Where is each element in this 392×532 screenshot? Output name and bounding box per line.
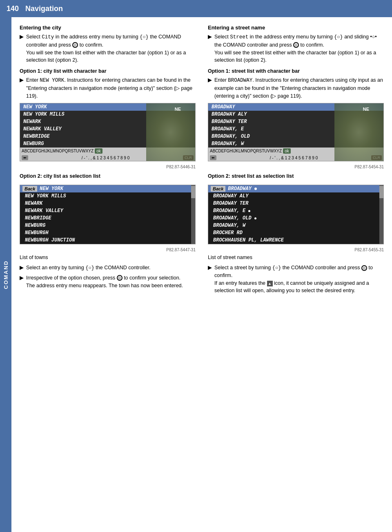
street-keyboard-chars: ABCDEFGHIJKLMNOPQRSTUVWXYZ: [210, 149, 282, 153]
option1-street-bullet: ▶ Enter BROADWAY. Instructions for enter…: [208, 76, 384, 100]
option2-city-heading: Option 2: city list as selection list: [20, 173, 196, 179]
ok-key[interactable]: ok: [95, 148, 102, 154]
street-sel-item-8: BROCHHAUSEN PL, LAWRENCE: [208, 237, 383, 244]
section-entering-city-title: Entering the city: [20, 25, 196, 31]
street-charbar-ui: NE BROADWAY BROADWAY ALY BROADWAY TER BR…: [208, 103, 384, 161]
city-sel-bullet-2: ▶ Irrespective of the option chosen, pre…: [20, 274, 196, 290]
street-sel-item-1-text: BROADWAY: [228, 186, 257, 192]
street-backspace-key[interactable]: ⬅: [210, 155, 216, 160]
street-sel-item-7: BROCHER RD: [208, 229, 383, 237]
option1-street-bullet-text: Enter BROADWAY. Instructions for enterin…: [214, 76, 384, 100]
city-sel-item-1: Back NEW YORK: [20, 185, 195, 192]
city-sellist-img-ref: P82.87-5447-31: [20, 248, 196, 252]
scrollbar-thumb-street[interactable]: [379, 186, 383, 198]
section-entering-street-title: Entering a street name: [208, 25, 384, 31]
city-sel-item-7: NEWBURGH: [20, 229, 195, 237]
page-number: 140: [7, 4, 19, 13]
street-bullet-1: ▶ Select Street in the address entry men…: [208, 33, 384, 64]
backspace-key[interactable]: ⬅: [22, 155, 28, 160]
street-sel-item-3: BROADWAY TER: [208, 200, 383, 207]
arrow-icon-6: ▶: [208, 77, 212, 83]
arrow-icon-2: ▶: [20, 77, 24, 83]
city-sel-item-4: NEWARK VALLEY: [20, 207, 195, 215]
city-sel-bullet-2-text: Irrespective of the option chosen, press…: [26, 274, 183, 290]
street-sellist-container: Back BROADWAY BROADWAY ALY BROADWAY TER …: [208, 181, 384, 248]
city-sel-item-3: NEWARK: [20, 200, 195, 207]
city-sel-item-6: NEWBURG: [20, 222, 195, 229]
city-charbar-ui: NE NEW YORK NEW YORK MILLS NEWARK NEWARK…: [20, 103, 196, 161]
city-sellist-container: Back NEW YORK NEW YORK MILLS NEWARK NEWA…: [20, 181, 196, 248]
option1-city-heading: Option 1: city list with character bar: [20, 68, 196, 74]
arrow-icon-3: ▶: [20, 264, 24, 270]
map-overlay-1: [146, 103, 195, 161]
ne-label-1: NE: [175, 107, 181, 112]
street-sel-item-4: BROADWAY, E: [208, 207, 383, 215]
sidebar-label: COMAND: [3, 260, 9, 289]
keyboard-chars: ABCDEFGHIJKLMNOPQRSTUVWXYZ: [22, 149, 94, 153]
back-button-street[interactable]: Back: [211, 186, 225, 192]
right-column: Entering a street name ▶ Select Street i…: [208, 25, 384, 524]
list-of-towns-label: List of towns: [20, 254, 196, 262]
city-sel-item-5: NEWBRIDGE: [20, 215, 195, 222]
street-sellist-img-ref: P82.87-5455-31: [208, 248, 384, 252]
street-sel-item-2: BROADWAY ALY: [208, 192, 383, 200]
city-sellist-ui: Back NEW YORK NEW YORK MILLS NEWARK NEWA…: [20, 185, 196, 244]
flag-icon: ▲: [267, 281, 273, 286]
page-layout: COMAND Entering the city ▶ Select City i…: [0, 17, 392, 532]
scrollbar-city[interactable]: [191, 185, 195, 244]
arrow-icon-4: ▶: [20, 275, 24, 281]
street-ok-key[interactable]: ok: [283, 148, 291, 154]
city-bullet-1: ▶ Select City in the address entry menu …: [20, 33, 196, 64]
city-sel-bullet-1: ▶ Select an entry by turning {○} the COM…: [20, 264, 196, 272]
arrow-icon-1: ▶: [20, 34, 24, 40]
map-overlay-2: [334, 103, 383, 161]
sidebar-comand-tab: COMAND: [0, 17, 11, 532]
back-button-city[interactable]: Back: [22, 186, 37, 192]
city-sel-item-2: NEW YORK MILLS: [20, 192, 195, 200]
street-bullet-1-text: Select Street in the address entry menu …: [214, 33, 384, 64]
city-sel-item-8: NEWBURGH JUNCTION: [20, 237, 195, 244]
street-sel-item-5: BROADWAY, OLD: [208, 215, 383, 222]
scrollbar-thumb-city[interactable]: [191, 186, 195, 198]
street-sel-bullet-1-text: Select a street by turning {○} the COMAN…: [214, 264, 384, 295]
city-sel-item-1-text: NEW YORK: [40, 186, 63, 192]
city-charbar-img-ref: P82.87-5446-31: [20, 165, 196, 169]
city-bullet-1-text: Select City in the address entry menu by…: [26, 33, 196, 64]
option1-city-bullet: ▶ Enter NEW YORK. Instructions for enter…: [20, 76, 196, 100]
option2-street-heading: Option 2: street list as selection list: [208, 173, 384, 179]
street-sel-bullet-1: ▶ Select a street by turning {○} the COM…: [208, 264, 384, 295]
street-sellist-ui: Back BROADWAY BROADWAY ALY BROADWAY TER …: [208, 185, 384, 244]
left-column: Entering the city ▶ Select City in the a…: [20, 25, 196, 524]
option1-street-heading: Option 1: street list with character bar: [208, 68, 384, 74]
option1-city-bullet-text: Enter NEW YORK. Instructions for enterin…: [26, 76, 196, 100]
page-header: 140 Navigation: [0, 0, 392, 17]
street-charbar-img-ref: P82.87-5454-31: [208, 165, 384, 169]
page-title: Navigation: [25, 4, 63, 13]
street-sel-item-6: BROADWAY, W: [208, 222, 383, 229]
city-sel-bullet-1-text: Select an entry by turning {○} the COMAN…: [26, 264, 150, 272]
list-of-streets-label: List of street names: [208, 254, 384, 262]
scrollbar-street[interactable]: [379, 185, 383, 244]
street-sel-item-1: Back BROADWAY: [208, 185, 383, 192]
arrow-icon-7: ▶: [208, 264, 212, 270]
ne-label-2: NE: [363, 107, 369, 112]
main-content: Entering the city ▶ Select City in the a…: [11, 17, 392, 532]
arrow-icon-5: ▶: [208, 34, 212, 40]
